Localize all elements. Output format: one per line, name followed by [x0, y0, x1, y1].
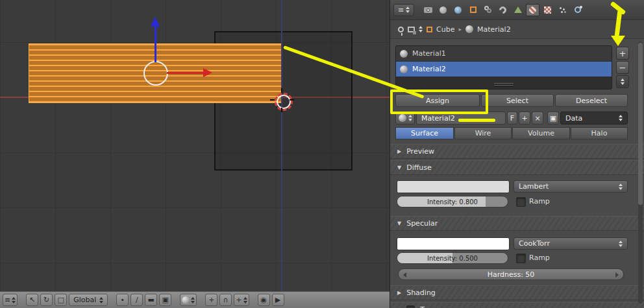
tab-texture[interactable] — [541, 4, 554, 16]
specular-shader-dropdown[interactable]: CookTorr — [514, 237, 628, 250]
edge-select-icon: ∕ — [136, 296, 138, 304]
specular-ramp-checkbox[interactable] — [516, 254, 526, 263]
select-mode-face-button[interactable]: ▬ — [145, 294, 157, 306]
manipulator-translate-button[interactable]: ↖ — [26, 294, 38, 306]
occlude-geometry-button[interactable]: ▣ — [159, 294, 171, 306]
hardness-field[interactable]: Hardness: 50 — [398, 268, 624, 280]
manipulator-scale-button[interactable]: □ — [55, 294, 67, 306]
tab-object-data[interactable] — [511, 4, 525, 16]
manipulator-ring[interactable] — [143, 61, 168, 86]
datablock-dropdown[interactable]: Data — [560, 112, 628, 124]
remove-material-slot-button[interactable]: − — [616, 61, 629, 74]
updown-arrows-icon — [243, 297, 247, 303]
pin-icon[interactable] — [398, 27, 404, 32]
new-material-button[interactable]: + — [519, 112, 530, 124]
tab-render[interactable] — [421, 4, 435, 16]
updown-arrows-icon — [619, 115, 623, 121]
browse-id-icon[interactable] — [408, 27, 415, 32]
tab-object[interactable] — [466, 4, 480, 16]
tab-world[interactable] — [451, 4, 465, 16]
3d-viewport[interactable]: ≡ ↖ ↻ □ Global ∙ ∕ ▬ ▣ + ∩ — [0, 0, 390, 308]
material-sphere-icon — [465, 25, 473, 33]
render-opengl-anim-button[interactable]: ▶ — [272, 294, 284, 306]
snap-element-dropdown[interactable]: + — [234, 294, 249, 306]
tab-scene[interactable] — [436, 4, 450, 16]
manipulator-z-axis-arrow[interactable] — [155, 26, 156, 62]
specular-intensity-slider[interactable]: Intensity: 0.500 — [397, 252, 508, 264]
panel-header-transparency[interactable]: ▶ Transparency — [390, 302, 644, 308]
diffuse-color-swatch[interactable] — [397, 180, 510, 193]
tab-modifiers[interactable] — [496, 4, 510, 16]
chevron-right-icon: ▸ — [458, 26, 462, 32]
3d-cursor-tick — [281, 108, 282, 112]
select-mode-vertex-button[interactable]: ∙ — [116, 294, 129, 306]
tab-constraints[interactable] — [481, 4, 495, 16]
unlink-material-button[interactable]: × — [532, 112, 543, 124]
manipulator-x-axis-arrowhead[interactable] — [203, 68, 212, 77]
type-tab-surface[interactable]: Surface — [395, 127, 454, 139]
material-slot-item-selected[interactable]: Material2 — [396, 62, 612, 77]
scale-icon: □ — [58, 296, 64, 304]
tab-material[interactable] — [526, 4, 539, 16]
expand-arrow-icon: ▼ — [397, 165, 401, 171]
specular-color-swatch[interactable] — [397, 237, 510, 250]
updown-arrows-icon — [619, 241, 623, 247]
panel-title: Preview — [406, 147, 434, 156]
render-opengl-button[interactable]: ◉ — [258, 294, 270, 306]
select-mode-edge-button[interactable]: ∕ — [130, 294, 143, 306]
viewport-shading-dropdown[interactable] — [180, 294, 197, 306]
manipulator-rotate-button[interactable]: ↻ — [40, 294, 53, 306]
transparency-checkbox[interactable] — [406, 305, 415, 308]
material-slot-item[interactable]: Material1 — [396, 46, 612, 62]
constraints-tab-icon — [484, 6, 492, 14]
vertical-axis-line — [281, 0, 282, 291]
breadcrumb-object[interactable]: Cube — [436, 25, 454, 34]
physics-tab-icon — [575, 6, 581, 13]
orientation-label: Global — [73, 296, 96, 304]
diffuse-ramp-checkbox[interactable] — [516, 197, 526, 207]
manipulator-z-axis-arrowhead[interactable] — [151, 17, 160, 27]
panel-header-diffuse[interactable]: ▼ Diffuse — [390, 160, 644, 175]
material-specials-button[interactable] — [616, 75, 629, 88]
tab-physics[interactable] — [571, 4, 584, 16]
diffuse-intensity-slider[interactable]: Intensity: 0.800 — [397, 196, 508, 207]
diffuse-shader-dropdown[interactable]: Lambert — [514, 180, 628, 193]
orientation-dropdown[interactable]: Global — [69, 294, 108, 306]
type-tab-wire[interactable]: Wire — [454, 127, 512, 139]
editor-type-icon: ≡ — [5, 296, 10, 304]
shading-sphere-icon — [182, 296, 190, 304]
particles-tab-icon — [559, 6, 567, 14]
editor-type-button[interactable]: ≡ — [3, 294, 18, 306]
scrollbar-thumb[interactable] — [638, 43, 643, 205]
type-tab-halo[interactable]: Halo — [571, 127, 628, 139]
breadcrumb-material[interactable]: Material2 — [477, 25, 511, 34]
properties-editor: ≡ Cube ▸ Material2 — [390, 0, 644, 308]
panel-header-specular[interactable]: ▼ Specular — [390, 216, 644, 231]
annotation-material-name-underline — [458, 119, 495, 122]
3d-cursor-tick — [290, 99, 294, 101]
texture-tab-icon — [544, 6, 551, 14]
snap-magnet-button[interactable]: ∩ — [219, 294, 232, 306]
manipulator-x-axis-arrow[interactable] — [167, 72, 203, 74]
vertex-select-icon: ∙ — [120, 296, 125, 304]
cube-icon — [427, 27, 432, 32]
diffuse-shader-label: Lambert — [519, 182, 549, 191]
fake-user-button[interactable]: F — [507, 112, 517, 124]
panel-title: Transparency — [420, 305, 467, 308]
snap-target-button[interactable]: + — [205, 294, 217, 306]
face-select-icon: ▬ — [148, 296, 155, 304]
tab-particles[interactable] — [556, 4, 569, 16]
editor-type-button[interactable]: ≡ — [393, 4, 414, 16]
type-tab-volume[interactable]: Volume — [512, 127, 570, 139]
list-resize-grip[interactable] — [494, 83, 514, 87]
panel-header-preview[interactable]: ▶ Preview — [390, 144, 644, 159]
world-tab-icon — [454, 6, 462, 14]
add-material-slot-button[interactable]: + — [616, 47, 629, 60]
panel-header-shading[interactable]: ▶ Shading — [390, 285, 644, 300]
select-button[interactable]: Select — [481, 94, 554, 107]
link-material-button[interactable]: ▣ — [547, 112, 559, 124]
deselect-button[interactable]: Deselect — [555, 94, 628, 107]
expand-arrow-icon: ▼ — [397, 220, 401, 226]
3d-cursor — [275, 93, 293, 111]
3d-cursor-tick — [281, 88, 282, 93]
